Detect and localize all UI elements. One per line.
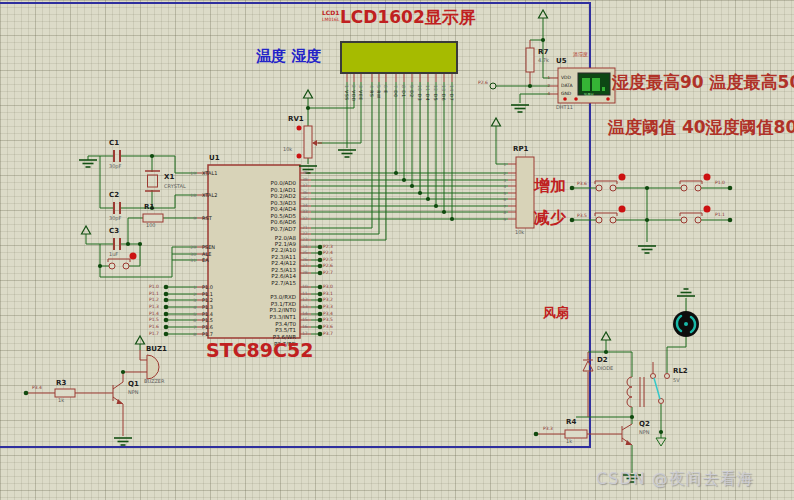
resistor-r1	[143, 214, 163, 222]
resistor-r3	[55, 389, 75, 397]
dht-display-unit: %RH	[584, 93, 594, 97]
c3-value: 1uF	[109, 252, 118, 257]
q1-value: NPN	[128, 390, 139, 395]
csdn-watermark: CSDN @夜间去看海	[596, 471, 754, 487]
c1-ref: C1	[109, 140, 119, 147]
buzzer-buz1[interactable]	[147, 355, 159, 379]
r4-ref: R4	[566, 419, 576, 426]
relay-ground-arrow	[656, 438, 666, 446]
proteus-schematic-canvas: 19XTAL118XTAL29RST29PSEN30ALE31EA 1P1.02…	[0, 0, 794, 500]
buz1-ref: BUZ1	[146, 346, 167, 353]
u1-ref: U1	[209, 155, 220, 162]
r3-ref: R3	[56, 380, 66, 387]
buz1-value: BUZZER	[144, 379, 165, 384]
u5-part: DHT11	[556, 105, 573, 110]
r7-value: 4.7k	[538, 58, 549, 63]
lcd-part-number: LM016L	[322, 18, 340, 23]
q2-ref: Q2	[639, 421, 650, 428]
resistor-r7	[526, 48, 534, 72]
c1-value: 30pF	[109, 164, 121, 169]
d2-value: DIODE	[597, 366, 613, 371]
rl2-ref: RL2	[673, 368, 688, 375]
crystal-x1[interactable]	[145, 171, 160, 191]
diode-d2[interactable]	[583, 360, 593, 371]
q1-ref: Q1	[128, 381, 139, 388]
terminal-label-p11: P1.1	[715, 213, 725, 218]
d2-ref: D2	[597, 357, 608, 364]
relay-arm	[654, 378, 660, 399]
terminal-label-p36: P3.6	[577, 182, 587, 187]
terminal-label-p26: P2.6	[478, 81, 488, 86]
fan-motor[interactable]	[673, 311, 699, 337]
rp1-value: 10k	[515, 230, 524, 235]
decrease-label: 减少	[534, 210, 566, 226]
c3-ref: C3	[109, 228, 119, 235]
r1-value: 100	[146, 223, 156, 228]
terminal-label-p35: P3.5	[577, 214, 587, 219]
relay-rl2[interactable]	[627, 374, 670, 447]
lcd-title: LCD1602显示屏	[340, 9, 476, 26]
rv1-value: 10k	[283, 147, 292, 152]
dht11-sensor-body[interactable]	[558, 68, 615, 103]
lcd-ref: LCD1	[322, 10, 339, 16]
resistor-r4	[565, 430, 587, 438]
terminal-label-p34: P3.4	[32, 386, 42, 391]
rp1-ref: RP1	[513, 146, 528, 153]
sensor-note: 温湿度	[573, 52, 588, 57]
c2-value: 30pF	[109, 216, 121, 221]
limits-annotation: 湿度最高90 温度最高50	[612, 74, 794, 91]
thresholds-annotation: 温度阈值 40湿度阈值80	[608, 119, 794, 136]
lcd1602-screen[interactable]	[341, 42, 457, 73]
x1-ref: X1	[164, 174, 174, 181]
temp-humidity-label: 温度 湿度	[256, 49, 321, 64]
q2-value: NPN	[639, 430, 650, 435]
fan-label: 风扇	[543, 306, 569, 319]
r7-ref: R7	[538, 49, 548, 56]
terminal-label-p33: P3.3	[543, 427, 553, 432]
potentiometer-rv1[interactable]	[297, 126, 318, 159]
r1-ref: R1	[144, 204, 154, 211]
mcu-u1-body[interactable]	[208, 165, 300, 338]
rv1-ref: RV1	[288, 116, 304, 123]
r3-value: 1k	[58, 398, 64, 403]
mcu-part-label: STC89C52	[206, 341, 313, 360]
r4-value: 1k	[566, 439, 572, 444]
x1-value: CRYSTAL	[164, 184, 186, 189]
respack-rp1-body[interactable]	[516, 157, 534, 228]
terminal-label-p10: P1.0	[715, 181, 725, 186]
terminal-p26[interactable]	[490, 83, 496, 89]
rl2-value: 5V	[673, 378, 680, 383]
increase-label: 增加	[534, 178, 566, 194]
c2-ref: C2	[109, 192, 119, 199]
u5-ref: U5	[556, 58, 567, 65]
